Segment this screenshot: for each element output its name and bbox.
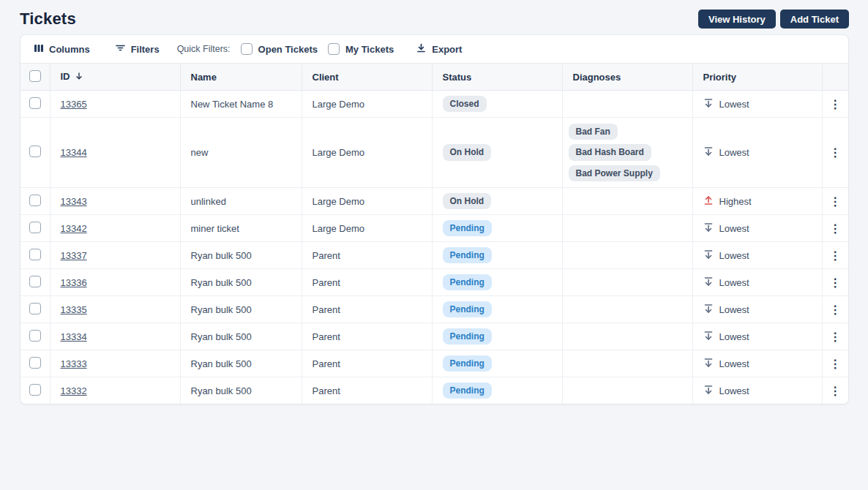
quick-filter-my-tickets[interactable]: My Tickets [325,43,401,55]
ticket-name: New Ticket Name 8 [180,91,302,118]
column-header-client[interactable]: Client [302,64,432,91]
ticket-id-link[interactable]: 13342 [61,223,87,234]
tickets-table: ID Name Client Status Diagnoses Priority… [20,63,848,404]
select-all-checkbox[interactable] [29,70,41,82]
ticket-diagnoses [562,91,692,118]
download-icon [416,42,427,56]
top-bar-actions: View History Add Ticket [698,10,849,29]
quick-filters-label: Quick Filters: [177,44,231,54]
row-actions-kebab-icon[interactable]: ⋮ [823,303,849,317]
ticket-client: Large Demo [302,215,432,242]
row-checkbox[interactable] [29,249,41,260]
status-badge: Pending [443,355,492,372]
row-actions-kebab-icon[interactable]: ⋮ [823,222,849,235]
row-checkbox[interactable] [29,97,41,109]
status-badge: Pending [443,301,492,317]
ticket-client: Parent [302,377,432,404]
row-actions-kebab-icon[interactable]: ⋮ [823,384,849,398]
open-tickets-label: Open Tickets [258,44,318,55]
ticket-diagnoses [562,215,692,242]
add-ticket-button[interactable]: Add Ticket [780,10,849,29]
ticket-client: Large Demo [302,118,432,188]
table-toolbar: Columns Filters Quick Filters: Open Tick… [20,35,848,63]
ticket-diagnoses [562,296,692,323]
quick-filter-open-tickets[interactable]: Open Tickets [238,43,325,55]
row-actions-kebab-icon[interactable]: ⋮ [823,195,849,208]
row-checkbox[interactable] [29,303,41,314]
table-row: 13344newLarge DemoOn HoldBad FanBad Hash… [20,118,848,188]
column-header-name[interactable]: Name [180,64,302,91]
diagnosis-chip: Bad Fan [569,124,618,140]
row-actions-kebab-icon[interactable]: ⋮ [823,330,849,344]
my-tickets-label: My Tickets [345,44,394,55]
ticket-name: new [180,118,302,188]
status-badge: Pending [443,274,492,290]
ticket-client: Parent [302,350,432,377]
ticket-id-link[interactable]: 13335 [61,304,87,315]
table-row: 13334Ryan bulk 500ParentPendingLowest⋮ [20,323,848,350]
export-button[interactable]: Export [408,39,469,59]
row-actions-kebab-icon[interactable]: ⋮ [823,276,849,290]
export-button-label: Export [432,44,462,55]
priority-lowest-icon [703,331,714,343]
column-header-diagnoses[interactable]: Diagnoses [562,64,692,91]
table-row: 13332Ryan bulk 500ParentPendingLowest⋮ [20,377,848,404]
row-checkbox[interactable] [29,195,41,206]
sort-desc-icon[interactable] [75,72,83,83]
row-checkbox[interactable] [29,330,41,342]
filters-button-label: Filters [131,44,160,55]
diagnosis-chip: Bad Power Supply [569,165,660,181]
table-row: 13337Ryan bulk 500ParentPendingLowest⋮ [20,242,848,269]
row-checkbox[interactable] [29,276,41,287]
view-history-button[interactable]: View History [698,10,776,29]
page-title: Tickets [20,10,76,29]
ticket-client: Parent [302,296,432,323]
ticket-id-link[interactable]: 13344 [61,147,87,158]
priority-label: Lowest [719,277,749,288]
ticket-diagnoses [562,350,692,377]
priority-lowest-icon [703,146,714,159]
status-badge: Pending [443,220,492,236]
priority-lowest-icon [703,304,714,316]
ticket-id-link[interactable]: 13343 [61,196,87,207]
filter-lines-icon [115,42,126,56]
ticket-id-link[interactable]: 13334 [61,331,87,342]
priority-label: Highest [719,196,752,207]
ticket-name: Ryan bulk 500 [180,269,302,296]
ticket-id-link[interactable]: 13336 [61,277,87,288]
row-checkbox[interactable] [29,384,41,396]
row-actions-kebab-icon[interactable]: ⋮ [823,146,849,159]
table-row: 13342miner ticketLarge DemoPendingLowest… [20,215,848,242]
priority-label: Lowest [719,331,749,342]
table-row: 13343unlinkedLarge DemoOn HoldHighest⋮ [20,188,848,215]
ticket-id-link[interactable]: 13332 [61,385,87,396]
ticket-name: Ryan bulk 500 [180,350,302,377]
my-tickets-checkbox[interactable] [328,43,340,55]
priority-label: Lowest [719,99,749,110]
row-actions-kebab-icon[interactable]: ⋮ [823,357,849,371]
open-tickets-checkbox[interactable] [241,43,252,55]
ticket-diagnoses [562,377,692,404]
ticket-client: Large Demo [302,91,432,118]
table-row: 13365New Ticket Name 8Large DemoClosedLo… [20,91,848,118]
row-actions-kebab-icon[interactable]: ⋮ [823,249,849,263]
columns-button-label: Columns [49,44,90,55]
filters-button[interactable]: Filters [108,39,167,59]
table-row: 13335Ryan bulk 500ParentPendingLowest⋮ [20,296,848,323]
priority-lowest-icon [703,276,714,289]
ticket-id-link[interactable]: 13337 [61,250,87,261]
table-body: 13365New Ticket Name 8Large DemoClosedLo… [20,91,848,404]
row-checkbox[interactable] [29,146,41,157]
columns-button[interactable]: Columns [26,39,97,59]
ticket-id-link[interactable]: 13333 [61,358,87,369]
column-header-priority[interactable]: Priority [692,64,822,91]
column-header-status[interactable]: Status [432,64,562,91]
row-actions-kebab-icon[interactable]: ⋮ [823,97,849,111]
priority-lowest-icon [703,222,714,235]
priority-lowest-icon [703,358,714,370]
priority-lowest-icon [703,249,714,262]
ticket-id-link[interactable]: 13365 [61,99,87,110]
row-checkbox[interactable] [29,357,41,369]
row-checkbox[interactable] [29,222,41,233]
column-header-id[interactable]: ID [50,64,180,91]
